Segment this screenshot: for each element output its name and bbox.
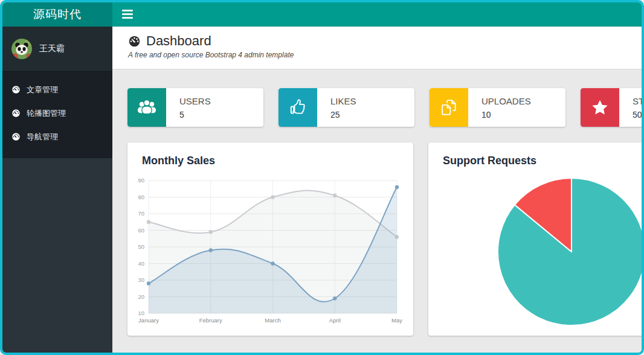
stat-card-users: USERS 5 bbox=[127, 88, 263, 127]
stat-value: 10 bbox=[481, 110, 531, 120]
user-panel: 王天霸 bbox=[2, 27, 112, 72]
page-header: Dashboard A free and open source Bootstr… bbox=[112, 27, 642, 69]
thumbs-up-icon bbox=[279, 88, 317, 127]
stat-value: 25 bbox=[330, 110, 356, 120]
stat-label: USERS bbox=[179, 96, 211, 106]
sidebar-item-label: 文章管理 bbox=[27, 85, 58, 95]
svg-text:May: May bbox=[391, 317, 402, 324]
page-subtitle: A free and open source Bootstrap 4 admin… bbox=[128, 51, 642, 59]
svg-text:90: 90 bbox=[138, 177, 144, 184]
tachometer-icon bbox=[128, 35, 141, 48]
main-content: Dashboard A free and open source Bootstr… bbox=[112, 27, 642, 353]
stat-label: STARS bbox=[633, 96, 642, 106]
tachometer-icon bbox=[11, 85, 21, 94]
star-icon bbox=[581, 88, 619, 127]
stat-card-stars: STARS 500 bbox=[581, 88, 642, 127]
svg-text:10: 10 bbox=[138, 310, 144, 316]
brand-logo[interactable]: 源码时代 bbox=[2, 2, 112, 27]
svg-text:February: February bbox=[199, 317, 222, 324]
user-name: 王天霸 bbox=[39, 43, 65, 54]
svg-text:30: 30 bbox=[138, 277, 144, 283]
stat-card-row: USERS 5 LIKES 25 UPLOADES 10 bbox=[127, 88, 642, 127]
svg-text:50: 50 bbox=[138, 243, 144, 250]
sidebar: 王天霸 文章管理 轮播图管理 导航管理 bbox=[2, 27, 112, 353]
support-requests-card: Support Requests bbox=[428, 142, 642, 336]
sidebar-menu: 文章管理 轮播图管理 导航管理 bbox=[2, 72, 112, 158]
chart-row: Monthly Sales 102030405060708090JanuaryF… bbox=[127, 142, 642, 336]
menu-icon[interactable] bbox=[121, 7, 134, 21]
stat-card-likes: LIKES 25 bbox=[279, 88, 414, 127]
svg-text:60: 60 bbox=[138, 227, 144, 234]
sidebar-item-carousel[interactable]: 轮播图管理 bbox=[2, 101, 112, 125]
stat-card-uploads: UPLOADES 10 bbox=[430, 88, 565, 127]
svg-text:March: March bbox=[265, 317, 280, 324]
sidebar-item-navigation[interactable]: 导航管理 bbox=[2, 125, 112, 149]
svg-text:70: 70 bbox=[138, 210, 144, 217]
stat-value: 5 bbox=[179, 110, 211, 120]
support-requests-pie-chart bbox=[428, 142, 642, 336]
sidebar-item-articles[interactable]: 文章管理 bbox=[2, 78, 112, 101]
sidebar-item-label: 轮播图管理 bbox=[27, 108, 66, 119]
support-requests-title: Support Requests bbox=[443, 155, 536, 167]
stat-value: 500 bbox=[633, 110, 642, 120]
stat-label: UPLOADES bbox=[481, 96, 531, 106]
svg-text:80: 80 bbox=[138, 194, 144, 200]
svg-text:January: January bbox=[138, 317, 159, 324]
users-icon bbox=[127, 88, 166, 127]
top-navbar bbox=[112, 2, 642, 27]
page-title: Dashboard bbox=[146, 33, 211, 49]
stat-label: LIKES bbox=[330, 96, 356, 106]
monthly-sales-title: Monthly Sales bbox=[142, 155, 215, 167]
svg-text:40: 40 bbox=[138, 260, 144, 267]
brand-title: 源码时代 bbox=[33, 7, 82, 22]
tachometer-icon bbox=[11, 132, 21, 141]
svg-text:April: April bbox=[329, 317, 341, 324]
panda-avatar bbox=[11, 39, 32, 59]
tachometer-icon bbox=[11, 109, 21, 118]
top-bar: 源码时代 bbox=[2, 2, 642, 27]
copy-icon bbox=[430, 88, 468, 127]
sidebar-item-label: 导航管理 bbox=[27, 132, 58, 142]
monthly-sales-line-chart: 102030405060708090JanuaryFebruaryMarchAp… bbox=[127, 142, 413, 336]
svg-text:20: 20 bbox=[138, 293, 144, 300]
monthly-sales-card: Monthly Sales 102030405060708090JanuaryF… bbox=[127, 142, 413, 336]
